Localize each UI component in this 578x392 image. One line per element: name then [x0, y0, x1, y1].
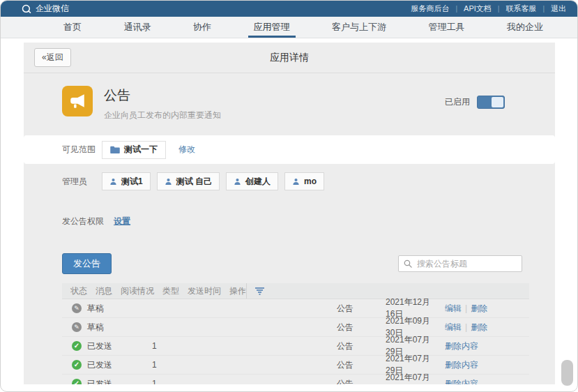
status-icon	[72, 379, 82, 384]
row-action-link-2[interactable]: 删除	[471, 303, 487, 315]
visible-range-label: 可见范围	[62, 144, 102, 156]
topbar-link[interactable]: 联系客服	[492, 3, 537, 14]
topbar-link[interactable]: 退出	[536, 3, 566, 14]
megaphone-icon	[68, 92, 86, 110]
enabled-label: 已启用	[445, 96, 470, 108]
status-label: 草稿	[87, 303, 104, 315]
admin-chip: mo	[284, 172, 324, 190]
status-cell: 草稿	[62, 318, 144, 336]
status-icon	[72, 322, 82, 332]
row-action-link[interactable]: 删除内容	[445, 378, 478, 385]
brand: 企业微信	[22, 3, 69, 15]
scope-chip: 测试一下	[102, 141, 166, 159]
nav-tab[interactable]: 我的企业	[501, 17, 549, 38]
actions-cell: 删除内容	[436, 337, 520, 355]
nav-tab[interactable]: 协作	[188, 17, 217, 38]
person-icon	[292, 178, 300, 186]
nav-tab[interactable]: 通讯录	[119, 17, 157, 38]
enable-status: 已启用	[445, 96, 505, 109]
toggle-knob	[492, 97, 503, 107]
nav-tab[interactable]: 客户与上下游	[326, 17, 392, 38]
admin-chip: 创建人	[226, 172, 278, 190]
row-action-link[interactable]: 编辑	[445, 303, 462, 315]
admin-chip: 测试 自己	[157, 172, 220, 190]
actions-cell: 删除内容	[436, 375, 520, 384]
vertical-scrollbar-thumb[interactable]	[561, 360, 573, 386]
column-header: 发送时间	[179, 283, 221, 299]
nav-tab[interactable]: 管理工具	[423, 17, 471, 38]
modify-link[interactable]: 修改	[178, 144, 195, 156]
type-cell: 公告	[328, 337, 377, 355]
app-header: 公告 企业向员工发布的内部重要通知 已启用	[24, 73, 555, 121]
table-body: 草稿 公告 2021年12月16日 编辑 | 删除 草稿	[62, 299, 529, 384]
actions-cell: 编辑 | 删除	[436, 318, 520, 336]
row-action-link[interactable]: 删除内容	[445, 340, 478, 352]
filter-icon	[255, 287, 264, 295]
status-label: 已发送	[87, 359, 112, 371]
message-cell: 1	[144, 356, 255, 374]
action-separator: |	[465, 303, 467, 313]
admin-name: 测试 自己	[176, 176, 212, 188]
search-icon	[404, 259, 412, 268]
topbar-link[interactable]: 服务商后台	[411, 3, 449, 14]
search-box	[398, 255, 522, 272]
status-cell: 已发送	[62, 375, 144, 384]
status-cell: 已发送	[62, 356, 144, 374]
action-separator: |	[465, 322, 467, 332]
announcement-toolbar: 发公告	[24, 253, 555, 274]
status-label: 已发送	[87, 378, 112, 385]
status-cell: 已发送	[62, 337, 144, 355]
topbar-link[interactable]: API文档	[449, 3, 491, 14]
read-status-cell	[255, 375, 328, 384]
post-announcement-button[interactable]: 发公告	[62, 253, 112, 274]
page-title: 应用详情	[24, 52, 555, 64]
person-icon	[165, 178, 172, 186]
column-header: 状态	[62, 283, 87, 299]
status-label: 已发送	[87, 340, 112, 352]
permission-settings-link[interactable]: 设置	[114, 216, 130, 227]
row-action-link[interactable]: 删除内容	[445, 359, 478, 371]
message-cell	[144, 318, 255, 336]
admins-label: 管理员	[62, 176, 102, 188]
column-header: 消息	[87, 283, 112, 299]
status-label: 草稿	[87, 322, 104, 333]
type-cell: 公告	[328, 356, 377, 374]
main-nav: 首页通讯录协作应用管理客户与上下游管理工具我的企业	[1, 17, 577, 38]
admin-name: 测试1	[121, 176, 143, 188]
enabled-toggle[interactable]	[477, 96, 505, 109]
nav-tab[interactable]: 应用管理	[248, 17, 296, 38]
announcement-app-icon	[62, 86, 93, 116]
row-action-link[interactable]: 编辑	[445, 322, 462, 333]
row-action-link-2[interactable]: 删除	[471, 322, 487, 333]
announcement-table: 状态消息阅读情况类型发送时间操作	[62, 283, 529, 384]
permission-label: 发公告权限	[62, 216, 104, 227]
person-icon	[109, 178, 117, 186]
visible-range-row: 可见范围 测试一下 修改	[24, 135, 555, 164]
app-name: 公告	[104, 86, 221, 105]
topbar-links: 服务商后台API文档联系客服退出	[411, 3, 566, 14]
admin-name: mo	[304, 176, 317, 186]
type-cell: 公告	[328, 318, 377, 336]
read-status-cell	[255, 356, 328, 374]
column-header: 操作	[221, 283, 246, 299]
column-header: 阅读情况	[112, 283, 154, 299]
actions-cell: 编辑 | 删除	[436, 299, 520, 317]
page-content: 应用详情 «返回 公告 企业向员工发布的内部重要通知 已启用	[24, 43, 555, 384]
permission-row: 发公告权限 设置	[24, 216, 555, 227]
column-header: 类型	[154, 283, 179, 299]
type-cell: 公告	[328, 299, 377, 317]
status-cell: 草稿	[62, 299, 144, 317]
status-icon	[72, 341, 82, 351]
table-row: 草稿 公告 2021年12月16日 编辑 | 删除	[62, 299, 529, 318]
back-button[interactable]: «返回	[34, 48, 71, 67]
wecom-logo-icon	[22, 4, 31, 14]
read-status-cell	[255, 318, 328, 336]
search-input[interactable]	[398, 255, 522, 272]
status-icon	[72, 360, 82, 370]
folder-icon	[110, 146, 120, 153]
read-status-cell	[255, 299, 328, 317]
detail-header-bar: 应用详情 «返回	[24, 43, 555, 73]
status-icon	[72, 303, 82, 313]
table-header: 状态消息阅读情况类型发送时间操作	[62, 283, 529, 299]
nav-tab[interactable]: 首页	[58, 17, 87, 38]
